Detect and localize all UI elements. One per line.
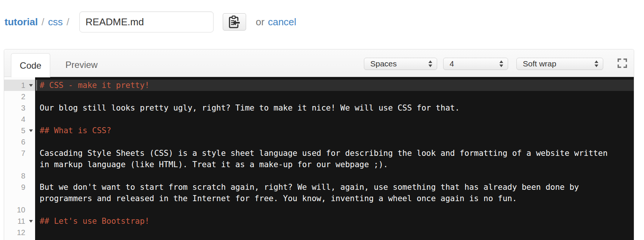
line-number: 4 bbox=[21, 114, 25, 125]
line-number: 10 bbox=[17, 204, 25, 215]
editor-header: Code Preview Spaces 4 Soft wrap bbox=[4, 49, 634, 77]
text-cursor bbox=[36, 80, 37, 91]
code-text: Cascading Style Sheets (CSS) is a style … bbox=[40, 149, 608, 158]
breadcrumb-separator: / bbox=[42, 16, 44, 28]
breadcrumb-folder-link[interactable]: css bbox=[48, 16, 63, 28]
code-text: # CSS - make it pretty! bbox=[40, 81, 149, 90]
cancel-link[interactable]: cancel bbox=[268, 16, 296, 28]
indent-width-value: 4 bbox=[450, 59, 454, 68]
line-number: 12 bbox=[17, 227, 25, 238]
line-number: 3 bbox=[21, 102, 25, 114]
editor-code[interactable]: # CSS - make it pretty!Our blog still lo… bbox=[35, 77, 634, 240]
gutter-row[interactable]: 9 bbox=[4, 182, 35, 193]
code-text: ## What is CSS? bbox=[40, 126, 111, 135]
gutter-row[interactable]: 8 bbox=[4, 170, 35, 182]
line-number: 7 bbox=[21, 148, 25, 159]
code-row[interactable]: programmers and released in the Internet… bbox=[35, 193, 634, 204]
wrap-mode-value: Soft wrap bbox=[523, 59, 556, 68]
wrap-mode-select[interactable]: Soft wrap bbox=[516, 58, 603, 70]
gutter-row[interactable]: 6 bbox=[4, 136, 35, 148]
gutter-row[interactable]: 1 bbox=[4, 80, 35, 91]
up-down-arrows-icon bbox=[499, 60, 503, 67]
code-row[interactable] bbox=[35, 114, 634, 125]
gutter-row[interactable]: 7 bbox=[4, 148, 35, 159]
file-editor-panel: Code Preview Spaces 4 Soft wrap 12345678… bbox=[4, 49, 634, 240]
code-row[interactable] bbox=[35, 238, 634, 240]
breadcrumb-separator: / bbox=[66, 16, 69, 28]
editor-gutter: 12345678910111213 bbox=[4, 77, 35, 240]
code-text: programmers and released in the Internet… bbox=[40, 194, 517, 203]
gutter-row[interactable]: 10 bbox=[4, 204, 35, 215]
code-row[interactable] bbox=[35, 136, 634, 148]
code-row[interactable]: # CSS - make it pretty! bbox=[35, 80, 634, 91]
tab-preview[interactable]: Preview bbox=[57, 53, 106, 77]
code-row[interactable] bbox=[35, 204, 634, 215]
line-number: 11 bbox=[17, 215, 25, 227]
paste-template-button[interactable] bbox=[223, 13, 246, 31]
up-down-arrows-icon bbox=[595, 60, 598, 67]
filename-input[interactable] bbox=[79, 11, 214, 32]
code-row[interactable] bbox=[35, 91, 634, 102]
line-number: 5 bbox=[21, 125, 25, 136]
or-text: or bbox=[256, 16, 265, 28]
gutter-row[interactable] bbox=[4, 159, 35, 170]
line-number: 2 bbox=[21, 91, 25, 102]
code-row[interactable] bbox=[35, 170, 634, 182]
line-number: 8 bbox=[21, 170, 25, 182]
code-text: Our blog still looks pretty ugly, right?… bbox=[40, 103, 460, 112]
gutter-row[interactable] bbox=[4, 193, 35, 204]
tab-code[interactable]: Code bbox=[11, 53, 50, 77]
code-text: ## Let's use Bootstrap! bbox=[40, 217, 149, 226]
code-row[interactable]: Our blog still looks pretty ugly, right?… bbox=[35, 102, 634, 114]
gutter-row[interactable]: 2 bbox=[4, 91, 35, 102]
clipboard-arrow-icon bbox=[228, 15, 241, 29]
code-row[interactable]: But we don't want to start from scratch … bbox=[35, 182, 634, 193]
code-row[interactable]: ## Let's use Bootstrap! bbox=[35, 215, 634, 227]
indent-mode-value: Spaces bbox=[370, 59, 397, 68]
code-row[interactable] bbox=[35, 227, 634, 238]
code-text: But we don't want to start from scratch … bbox=[40, 183, 579, 192]
indent-mode-select[interactable]: Spaces bbox=[364, 58, 437, 70]
triangle-down-icon[interactable] bbox=[29, 84, 33, 87]
gutter-row[interactable]: 11 bbox=[4, 215, 35, 227]
triangle-down-icon[interactable] bbox=[29, 220, 33, 223]
line-number: 13 bbox=[17, 238, 25, 240]
triangle-down-icon[interactable] bbox=[29, 129, 33, 132]
screen-full-icon bbox=[617, 58, 627, 68]
fullscreen-button[interactable] bbox=[617, 58, 627, 68]
up-down-arrows-icon bbox=[428, 60, 432, 67]
breadcrumb: tutorial / css / or cancel bbox=[5, 11, 296, 33]
code-row[interactable]: ## What is CSS? bbox=[35, 125, 634, 136]
line-number: 1 bbox=[21, 80, 25, 91]
gutter-row[interactable]: 12 bbox=[4, 227, 35, 238]
code-editor[interactable]: 12345678910111213 # CSS - make it pretty… bbox=[4, 77, 634, 240]
line-number: 6 bbox=[21, 136, 25, 148]
code-row[interactable]: in markup language (like HTML). Treat it… bbox=[35, 159, 634, 170]
gutter-row[interactable]: 4 bbox=[4, 114, 35, 125]
gutter-row[interactable]: 13 bbox=[4, 238, 35, 240]
code-text: in markup language (like HTML). Treat it… bbox=[40, 160, 388, 169]
breadcrumb-repo-link[interactable]: tutorial bbox=[5, 16, 38, 28]
indent-width-select[interactable]: 4 bbox=[443, 58, 508, 70]
code-row[interactable]: Cascading Style Sheets (CSS) is a style … bbox=[35, 148, 634, 159]
gutter-row[interactable]: 5 bbox=[4, 125, 35, 136]
gutter-row[interactable]: 3 bbox=[4, 102, 35, 114]
line-number: 9 bbox=[21, 182, 25, 193]
